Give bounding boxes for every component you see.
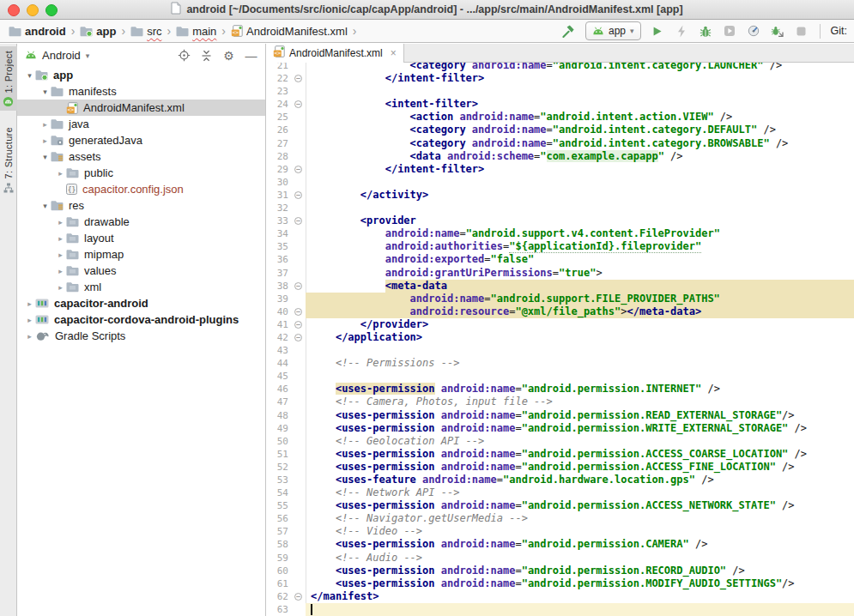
fold-marker-icon[interactable]: − — [294, 308, 302, 316]
code-line-39[interactable]: 39 android:name="android.support.FILE_PR… — [266, 293, 854, 305]
code-line-48[interactable]: 48 <uses-permission android:name="androi… — [266, 409, 854, 422]
chevron-right-icon[interactable]: ▸ — [39, 136, 51, 145]
code-line-47[interactable]: 47 <!-- Camera, Photos, input file --> — [266, 396, 854, 408]
stripe-item-structure[interactable]: 7: Structure — [0, 123, 17, 196]
make-button[interactable] — [561, 23, 577, 39]
code-line-50[interactable]: 50 <!-- Geolocation API --> — [266, 435, 854, 448]
chevron-right-icon[interactable]: ▸ — [55, 234, 66, 243]
code-line-31[interactable]: 31− </activity> — [266, 189, 854, 202]
tree-item-assets[interactable]: ▾assets — [17, 148, 265, 165]
code-line-49[interactable]: 49 <uses-permission android:name="androi… — [266, 422, 854, 435]
apply-changes-button[interactable] — [674, 23, 689, 39]
zoom-window-button[interactable] — [45, 4, 58, 16]
code-line-45[interactable]: 45 — [266, 370, 854, 383]
code-line-37[interactable]: 37 android:grantUriPermissions="true"> — [266, 267, 854, 280]
breadcrumb-item-androidmanifest-xml[interactable]: <>AndroidManifest.xml — [229, 24, 349, 39]
code-line-21[interactable]: 21 <category android:name="android.inten… — [266, 63, 854, 72]
code-line-42[interactable]: 42− </application> — [266, 331, 854, 344]
minimize-window-button[interactable] — [27, 4, 39, 16]
chevron-right-icon[interactable]: ▸ — [55, 267, 66, 275]
code-line-61[interactable]: 61 <uses-permission android:name="androi… — [266, 577, 854, 590]
fold-marker-icon[interactable]: − — [294, 593, 302, 601]
tree-item-gradle-scripts[interactable]: ▸Gradle Scripts — [17, 328, 265, 344]
fold-marker-icon[interactable]: − — [294, 217, 302, 225]
stripe-item-project[interactable]: 1: Project — [0, 46, 17, 111]
profiler-button[interactable] — [746, 23, 761, 39]
close-window-button[interactable] — [8, 4, 20, 16]
code-line-34[interactable]: 34 android:name="android.support.v4.cont… — [266, 227, 854, 240]
breadcrumb-item-main[interactable]: main — [174, 24, 218, 39]
fold-marker-icon[interactable]: − — [294, 75, 302, 82]
code-line-36[interactable]: 36 android:exported="false" — [266, 253, 854, 266]
editor-tab-androidmanifest[interactable]: <> AndroidManifest.xml × — [266, 44, 404, 62]
fold-marker-icon[interactable]: − — [294, 191, 302, 199]
close-tab-icon[interactable]: × — [391, 47, 397, 59]
chevron-right-icon[interactable]: ▸ — [55, 283, 66, 292]
code-line-26[interactable]: 26 <category android:name="android.inten… — [266, 124, 854, 136]
chevron-down-icon[interactable]: ▾ — [39, 202, 51, 210]
fold-marker-icon[interactable]: − — [294, 334, 302, 341]
gear-icon[interactable]: ⚙ — [222, 49, 235, 62]
code-line-60[interactable]: 60 <uses-permission android:name="androi… — [266, 565, 854, 577]
code-line-40[interactable]: 40− android:resource="@xml/file_paths"><… — [266, 305, 854, 318]
code-line-63[interactable]: 63 — [266, 603, 854, 616]
code-line-28[interactable]: 28 <data android:scheme="com.example.cap… — [266, 150, 854, 163]
chevron-down-icon[interactable]: ▾ — [24, 71, 35, 80]
code-line-46[interactable]: 46 <uses-permission android:name="androi… — [266, 383, 854, 396]
code-line-56[interactable]: 56 <!-- Navigator.getUserMedia --> — [266, 512, 854, 525]
tree-item-manifests[interactable]: ▾manifests — [17, 83, 265, 100]
debug-button[interactable] — [698, 23, 713, 39]
chevron-right-icon[interactable]: ▸ — [24, 316, 35, 324]
tree-item-values[interactable]: ▸values — [17, 263, 265, 279]
code-line-62[interactable]: 62−</manifest> — [266, 590, 854, 603]
code-line-44[interactable]: 44 <!-- Permissions --> — [266, 357, 854, 370]
code-line-33[interactable]: 33− <provider — [266, 214, 854, 227]
code-line-53[interactable]: 53 <uses-feature android:name="android.h… — [266, 474, 854, 486]
coverage-button[interactable] — [722, 23, 737, 39]
tree-item-java[interactable]: ▸java — [17, 116, 265, 132]
code-line-41[interactable]: 41− </provider> — [266, 318, 854, 331]
chevron-right-icon[interactable]: ▸ — [55, 218, 66, 226]
tree-item-app[interactable]: ▾app — [17, 67, 265, 83]
code-line-51[interactable]: 51 <uses-permission android:name="androi… — [266, 448, 854, 461]
chevron-right-icon[interactable]: ▸ — [55, 169, 66, 178]
code-line-23[interactable]: 23 — [266, 85, 854, 98]
chevron-down-icon[interactable]: ▾ — [39, 153, 51, 161]
code-line-58[interactable]: 58 <uses-permission android:name="androi… — [266, 538, 854, 551]
locate-icon[interactable] — [178, 49, 191, 62]
chevron-right-icon[interactable]: ▸ — [24, 332, 35, 341]
code-line-35[interactable]: 35 android:authorities="${applicationId}… — [266, 240, 854, 253]
fold-marker-icon[interactable]: − — [294, 100, 302, 108]
code-line-43[interactable]: 43 — [266, 344, 854, 357]
code-line-22[interactable]: 22− </intent-filter> — [266, 72, 854, 85]
breadcrumb-item-src[interactable]: src — [129, 24, 163, 39]
chevron-down-icon[interactable]: ▾ — [39, 88, 51, 96]
project-view-selector[interactable]: Android — [42, 49, 81, 62]
fold-marker-icon[interactable]: − — [294, 166, 302, 173]
tree-item-res[interactable]: ▾res — [17, 197, 265, 214]
minimize-icon[interactable]: — — [245, 49, 257, 62]
code-line-59[interactable]: 59 <!-- Audio --> — [266, 552, 854, 565]
tree-item-capacitor-android[interactable]: ▸capacitor-android — [17, 295, 265, 311]
code-line-27[interactable]: 27 <category android:name="android.inten… — [266, 137, 854, 150]
code-line-55[interactable]: 55 <uses-permission android:name="androi… — [266, 499, 854, 512]
code-area[interactable]: 21 <category android:name="android.inten… — [266, 63, 854, 616]
tree-item-capacitor-config-json[interactable]: {}capacitor.config.json — [17, 181, 265, 197]
code-line-29[interactable]: 29− </intent-filter> — [266, 163, 854, 176]
code-line-24[interactable]: 24− <intent-filter> — [266, 98, 854, 111]
code-line-52[interactable]: 52 <uses-permission android:name="androi… — [266, 461, 854, 474]
code-line-57[interactable]: 57 <!-- Video --> — [266, 525, 854, 538]
tree-item-public[interactable]: ▸public — [17, 165, 265, 181]
fold-marker-icon[interactable]: − — [294, 321, 302, 329]
tree-item-layout[interactable]: ▸layout — [17, 230, 265, 246]
fold-marker-icon[interactable]: − — [294, 282, 302, 290]
chevron-right-icon[interactable]: ▸ — [55, 251, 66, 259]
chevron-right-icon[interactable]: ▸ — [39, 120, 51, 129]
code-line-54[interactable]: 54 <!-- Network API --> — [266, 486, 854, 499]
tree-item-capacitor-cordova-android-plugins[interactable]: ▸capacitor-cordova-android-plugins — [17, 311, 265, 328]
tree-item-xml[interactable]: ▸xml — [17, 279, 265, 295]
code-line-30[interactable]: 30 — [266, 176, 854, 189]
code-line-38[interactable]: 38− <meta-data — [266, 280, 854, 293]
breadcrumb-item-android[interactable]: android — [7, 24, 68, 39]
stop-button[interactable] — [794, 23, 809, 39]
